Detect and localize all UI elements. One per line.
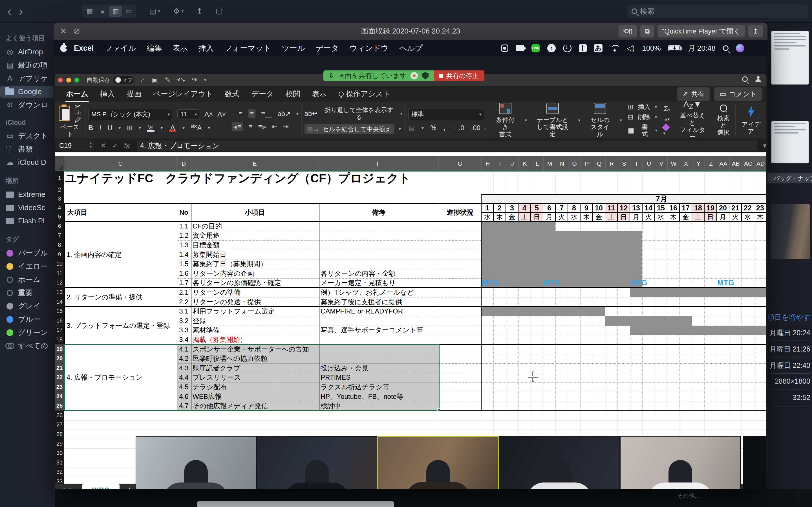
underline-button[interactable]: U	[107, 124, 112, 132]
format-cells-button[interactable]: 書式	[639, 123, 651, 138]
cell-progress[interactable]	[439, 288, 481, 297]
wifi-icon[interactable]	[610, 45, 619, 52]
open-in-quicktime-button[interactable]: “QuickTime Player”で開く	[658, 25, 745, 38]
gantt-weekday-cell[interactable]: 木	[754, 212, 766, 221]
row-header-18[interactable]: 18	[55, 335, 64, 344]
row-header-25[interactable]: 25	[55, 401, 64, 411]
outdent-icon[interactable]: ⇤	[271, 123, 277, 131]
gantt-weekday-cell[interactable]: 火	[555, 212, 568, 221]
row-header-20[interactable]: 20	[55, 354, 64, 363]
column-header-W[interactable]: W	[668, 156, 680, 171]
gantt-date-cell[interactable]: 23	[754, 203, 766, 212]
tag-button[interactable]: ▢	[216, 7, 223, 15]
cell-progress[interactable]	[439, 250, 481, 260]
home-icon[interactable]: ⌂	[141, 76, 145, 84]
gantt-weekday-cell[interactable]: 土	[518, 212, 530, 221]
find-select-button[interactable]: 検索と 選択	[714, 105, 732, 136]
gantt-weekday-cell[interactable]: 火	[642, 212, 655, 221]
account-icon[interactable]	[755, 76, 761, 82]
notification-center-icon[interactable]	[752, 45, 760, 51]
share-icon[interactable]: ↥	[748, 25, 763, 38]
cell-note[interactable]	[319, 250, 439, 260]
shrink-font-icon[interactable]: A˅	[217, 110, 226, 118]
row-header-24[interactable]: 24	[55, 392, 64, 401]
grid-view-icon[interactable]: ▦	[83, 6, 96, 17]
video-tile-participant-1[interactable]	[136, 436, 256, 489]
gantt-weekday-cell[interactable]: 土	[692, 212, 704, 221]
cell-progress[interactable]	[439, 231, 481, 240]
orientation-icon[interactable]: ab↗	[277, 110, 291, 118]
column-header-R[interactable]: R	[606, 156, 618, 171]
gantt-weekday-cell[interactable]: 日	[704, 212, 717, 221]
upload-cloud-icon[interactable]: ↑	[547, 44, 556, 52]
apple-menu-icon[interactable]	[60, 45, 67, 52]
cell-progress[interactable]	[439, 401, 481, 411]
currency-icon[interactable]: ▤	[408, 124, 415, 132]
search-input[interactable]: 検索	[627, 4, 808, 18]
menu-item[interactable]: ヘルプ	[399, 44, 423, 52]
gantt-weekday-cell[interactable]: 木	[580, 212, 593, 221]
gantt-weekday-cell[interactable]: 月	[630, 212, 642, 221]
next-sheet-icon[interactable]: ▶	[70, 487, 74, 490]
zoom-button[interactable]	[74, 78, 79, 82]
video-tile-participant-3[interactable]	[377, 436, 499, 489]
gantt-date-cell[interactable]: 7	[555, 203, 568, 212]
gantt-date-cell[interactable]: 14	[642, 203, 655, 212]
align-left-icon[interactable]: ⫷≡	[232, 122, 243, 131]
gantt-weekday-cell[interactable]: 金	[506, 212, 518, 221]
video-tile-participant-4[interactable]	[499, 436, 620, 489]
align-right-icon[interactable]: ≡⫸	[258, 123, 266, 131]
comma-icon[interactable]: ,	[443, 124, 445, 132]
column-header-I[interactable]: I	[494, 156, 506, 171]
tab-校閲[interactable]: 校閲	[285, 87, 301, 101]
column-header-M[interactable]: M	[544, 156, 556, 171]
toolbar-more-icon[interactable]: ▾	[204, 77, 206, 82]
row-header-17[interactable]: 17	[55, 326, 64, 335]
gantt-weekday-cell[interactable]: 月	[717, 212, 729, 221]
menu-item[interactable]: 表示	[172, 44, 188, 52]
group-cell[interactable]: 2. リターンの準備・提供	[64, 288, 177, 306]
cell-item[interactable]: 募集終了日（募集期間）	[191, 259, 319, 269]
prohibit-icon[interactable]: ⊘	[73, 26, 80, 36]
format-painter-icon[interactable]: 🖉	[74, 117, 81, 123]
edit-icon[interactable]: ✎	[165, 76, 170, 84]
cell-styles-button[interactable]: セルの スタイル	[588, 103, 612, 138]
menu-item[interactable]: ツール	[282, 44, 305, 52]
share-workbook-button[interactable]: ⇗ 共有	[677, 87, 710, 101]
column-header-H[interactable]: H	[481, 156, 494, 171]
gantt-weekday-cell[interactable]: 日	[617, 212, 630, 221]
column-header-AC[interactable]: AC	[742, 156, 755, 171]
comments-button[interactable]: ▭ コメント	[714, 87, 762, 101]
autosave-toggle[interactable]: オフ	[113, 76, 134, 83]
crop-icon[interactable]: ⧉	[640, 25, 654, 38]
menu-item[interactable]: 挿入	[199, 44, 214, 52]
back-icon[interactable]: ‹	[7, 5, 11, 17]
gantt-date-cell[interactable]: 13	[630, 203, 642, 212]
cell-no[interactable]: 1.3	[177, 240, 191, 250]
select-all-corner[interactable]	[55, 156, 64, 171]
gantt-date-cell[interactable]: 3	[506, 203, 518, 212]
menu-item[interactable]: ファイル	[105, 44, 136, 52]
cell-progress[interactable]	[439, 269, 481, 278]
bold-button[interactable]: B	[88, 124, 93, 132]
tab-操作アシスト[interactable]: 操作アシスト	[338, 87, 391, 101]
action-gear-button[interactable]: ⚙ ▾	[173, 7, 184, 15]
selection-fill-handle[interactable]	[437, 408, 441, 412]
paste-label[interactable]: ペースト	[57, 123, 82, 138]
sidebar-item-Flash Pl[interactable]: Flash Pl	[5, 214, 55, 228]
gantt-date-cell[interactable]: 20	[717, 203, 729, 212]
column-header-O[interactable]: O	[568, 156, 581, 171]
row-header-15[interactable]: 15	[55, 306, 64, 316]
gantt-weekday-cell[interactable]: 水	[568, 212, 580, 221]
column-header-AB[interactable]: AB	[730, 156, 742, 171]
grow-font-icon[interactable]: A˄	[204, 110, 213, 118]
column-header-N[interactable]: N	[556, 156, 568, 171]
column-header-AD[interactable]: AD	[755, 156, 766, 171]
cell-no[interactable]: 1.7	[177, 278, 191, 288]
movie-preview-thumbnail[interactable]	[771, 204, 810, 259]
gantt-date-cell[interactable]: 10	[593, 203, 605, 212]
increase-decimal-icon[interactable]: .00→	[471, 124, 487, 132]
menu-item[interactable]: データ	[316, 44, 339, 52]
cell-progress[interactable]	[439, 316, 481, 326]
cell-progress[interactable]	[439, 344, 481, 354]
